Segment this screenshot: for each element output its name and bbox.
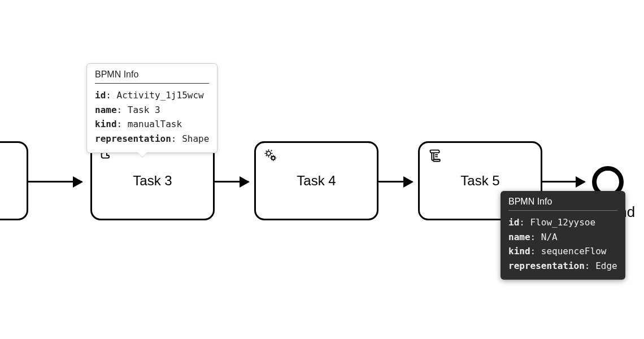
service-task-icon — [263, 147, 279, 163]
task-label: Task 3 — [133, 173, 172, 189]
task-label: Task 4 — [297, 173, 336, 189]
tooltip-row-rep: representation: Edge — [508, 259, 617, 273]
bpmn-info-tooltip-dark: BPMN Info id: Flow_12yysoe name: N/A kin… — [501, 191, 625, 280]
sequence-flow[interactable] — [378, 181, 412, 182]
tooltip-divider — [95, 83, 209, 84]
task-4[interactable]: Task 4 — [254, 141, 378, 220]
tooltip-row-rep: representation: Shape — [95, 132, 209, 146]
task-label: Task 5 — [460, 173, 499, 189]
bpmn-info-tooltip-light: BPMN Info id: Activity_1j15wcw name: Tas… — [86, 63, 217, 153]
sequence-flow-end[interactable] — [542, 181, 585, 182]
tooltip-title: BPMN Info — [508, 197, 617, 207]
task-partial-left[interactable] — [0, 141, 28, 220]
script-task-icon — [427, 147, 442, 163]
bpmn-canvas[interactable]: Task 3 Task 4 Task 5 — [0, 0, 644, 339]
tooltip-row-kind: kind: sequenceFlow — [508, 244, 617, 259]
tooltip-divider — [508, 210, 617, 211]
tooltip-row-id: id: Flow_12yysoe — [508, 215, 617, 230]
sequence-flow[interactable] — [28, 181, 82, 182]
svg-point-0 — [267, 151, 271, 155]
tooltip-row-name: name: Task 3 — [95, 103, 209, 118]
tooltip-row-kind: kind: manualTask — [95, 117, 209, 132]
tooltip-row-id: id: Activity_1j15wcw — [95, 88, 209, 103]
tooltip-row-name: name: N/A — [508, 230, 617, 245]
tooltip-title: BPMN Info — [95, 69, 209, 80]
sequence-flow[interactable] — [215, 181, 249, 182]
svg-point-1 — [272, 157, 275, 160]
